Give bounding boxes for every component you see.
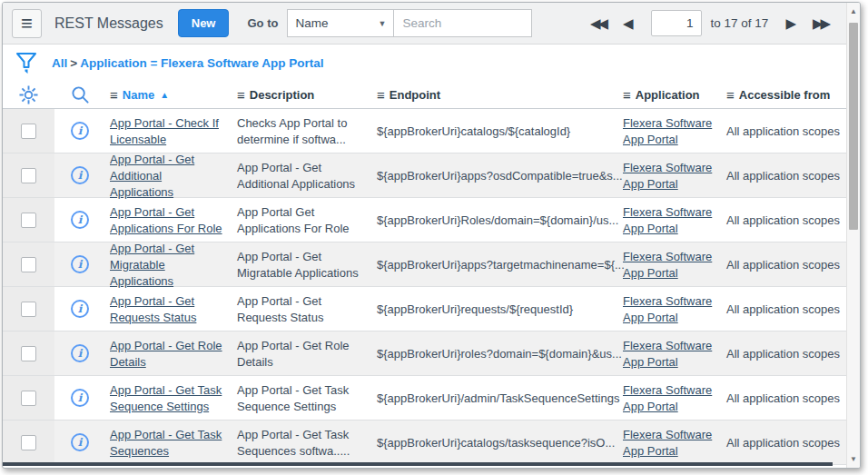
- table-row: i App Portal - Get Task Sequence Setting…: [3, 376, 846, 421]
- column-header-accessible-from[interactable]: ≡ Accessible from: [725, 88, 846, 102]
- column-menu-icon[interactable]: ≡: [110, 88, 118, 102]
- info-icon[interactable]: i: [71, 300, 89, 318]
- record-accessible-from: All application scopes: [726, 124, 840, 138]
- info-icon[interactable]: i: [71, 433, 89, 451]
- record-description: App Portal - Get Task Sequence Settings: [237, 383, 349, 413]
- record-application-link[interactable]: Flexera Software App Portal: [623, 250, 712, 280]
- last-page-button[interactable]: ▶▶: [810, 15, 833, 32]
- record-endpoint: ${appBrokerUri}requests/${requestId}: [377, 302, 573, 316]
- list-content: ≡ REST Messages New Go to Name ▼ ◀◀ ◀ to…: [3, 3, 846, 468]
- row-checkbox[interactable]: [21, 257, 36, 272]
- record-name-link[interactable]: App Portal - Get Task Sequence Settings: [110, 383, 222, 413]
- record-application-link[interactable]: Flexera Software App Portal: [623, 116, 712, 146]
- column-menu-icon[interactable]: ≡: [377, 88, 385, 102]
- vertical-scrollbar[interactable]: ▲ ▼: [846, 3, 860, 468]
- record-accessible-from: All application scopes: [726, 213, 840, 227]
- pagination: ◀◀ ◀ to 17 of 17 ▶ ▶▶: [587, 10, 833, 36]
- column-header-application[interactable]: ≡ Application: [621, 88, 725, 102]
- record-name-link[interactable]: App Portal - Get Role Details: [110, 339, 222, 369]
- record-accessible-from: All application scopes: [726, 302, 840, 316]
- info-icon[interactable]: i: [71, 255, 89, 273]
- record-name-link[interactable]: App Portal - Get Task Sequences: [110, 428, 222, 458]
- info-icon[interactable]: i: [71, 344, 89, 362]
- record-description: App Portal - Get Role Details: [237, 339, 350, 369]
- column-header-label: Application: [636, 88, 700, 102]
- row-checkbox[interactable]: [21, 391, 36, 406]
- scrollbar-thumb[interactable]: [849, 23, 858, 230]
- list-toolbar: ≡ REST Messages New Go to Name ▼ ◀◀ ◀ to…: [3, 3, 846, 45]
- column-header-endpoint[interactable]: ≡ Endpoint: [375, 88, 621, 102]
- column-menu-icon[interactable]: ≡: [237, 88, 245, 102]
- row-checkbox[interactable]: [21, 302, 36, 317]
- record-application-link[interactable]: Flexera Software App Portal: [623, 205, 712, 235]
- breadcrumb-row: All>Application = Flexera Software App P…: [3, 45, 846, 81]
- goto-field-select[interactable]: Name ▼: [287, 9, 394, 37]
- record-accessible-from: All application scopes: [726, 169, 840, 183]
- menu-icon: ≡: [21, 14, 33, 34]
- row-checkbox[interactable]: [21, 435, 36, 450]
- rest-messages-window: ≡ REST Messages New Go to Name ▼ ◀◀ ◀ to…: [2, 2, 861, 469]
- breadcrumb: All>Application = Flexera Software App P…: [52, 56, 324, 70]
- current-page-input[interactable]: [651, 10, 702, 36]
- row-checkbox[interactable]: [21, 124, 36, 139]
- record-name-link[interactable]: App Portal - Get Migratable Applications: [110, 242, 194, 288]
- record-description: App Portal - Get Requests Status: [237, 294, 323, 324]
- page-title: REST Messages: [54, 15, 163, 32]
- row-checkbox[interactable]: [21, 168, 36, 183]
- column-menu-icon[interactable]: ≡: [726, 88, 735, 102]
- first-page-button[interactable]: ◀◀: [587, 15, 611, 32]
- column-header-label: Accessible from: [739, 88, 830, 102]
- record-description: App Portal - Get Task Sequences softwa..…: [237, 428, 350, 458]
- row-checkbox[interactable]: [21, 346, 36, 361]
- table-row: i App Portal - Get Requests Status App P…: [3, 287, 846, 332]
- previous-page-button[interactable]: ◀: [620, 15, 636, 32]
- record-application-link[interactable]: Flexera Software App Portal: [623, 383, 712, 413]
- gear-icon[interactable]: [19, 85, 38, 104]
- column-header-description[interactable]: ≡ Description: [235, 88, 375, 102]
- breadcrumb-all-link[interactable]: All: [52, 56, 67, 70]
- next-page-button[interactable]: ▶: [783, 15, 799, 32]
- record-name-link[interactable]: App Portal - Get Requests Status: [110, 294, 196, 324]
- search-icon[interactable]: [71, 85, 90, 104]
- record-description: App Portal - Get Migratable Applications: [237, 250, 359, 280]
- column-header-row: ≡ Name ▲ ≡ Description ≡ Endpoint ≡ Appl…: [3, 81, 846, 109]
- record-accessible-from: All application scopes: [726, 436, 840, 450]
- info-icon[interactable]: i: [71, 166, 89, 184]
- record-name-link[interactable]: App Portal - Check If Licensable: [110, 116, 219, 146]
- info-icon[interactable]: i: [71, 122, 89, 140]
- filter-funnel-icon[interactable]: [15, 52, 37, 75]
- scroll-up-icon[interactable]: ▲: [847, 7, 860, 15]
- record-name-link[interactable]: App Portal - Get Applications For Role: [110, 205, 222, 235]
- breadcrumb-filter-link[interactable]: Application = Flexera Software App Porta…: [80, 56, 323, 70]
- sort-ascending-icon: ▲: [160, 90, 169, 100]
- record-application-link[interactable]: Flexera Software App Portal: [623, 161, 712, 191]
- table-row: i App Portal - Get Additional Applicatio…: [3, 153, 846, 198]
- record-application-link[interactable]: Flexera Software App Portal: [623, 339, 712, 369]
- record-accessible-from: All application scopes: [726, 391, 840, 405]
- search-input[interactable]: [394, 9, 532, 37]
- pagination-range: to 17 of 17: [711, 16, 769, 30]
- list-bottom-border: [3, 462, 833, 466]
- info-icon[interactable]: i: [71, 389, 89, 407]
- table-row: i App Portal - Get Applications For Role…: [3, 198, 846, 242]
- goto-label: Go to: [247, 16, 278, 30]
- row-checkbox[interactable]: [21, 213, 36, 228]
- column-menu-icon[interactable]: ≡: [623, 88, 631, 102]
- record-endpoint: ${appBrokerUri}/admin/TaskSequenceSettin…: [377, 391, 619, 405]
- record-accessible-from: All application scopes: [726, 258, 840, 272]
- new-button[interactable]: New: [178, 9, 230, 37]
- scroll-down-icon[interactable]: ▼: [847, 455, 860, 463]
- record-name-link[interactable]: App Portal - Get Additional Applications: [110, 153, 194, 199]
- record-description: Checks App Portal to determine if softwa…: [237, 116, 347, 146]
- table-row: i App Portal - Get Task Sequences App Po…: [3, 421, 846, 465]
- info-icon[interactable]: i: [71, 211, 89, 229]
- column-header-name[interactable]: ≡ Name ▲: [105, 88, 235, 102]
- record-description: App Portal Get Applications For Role: [237, 205, 350, 235]
- list-menu-button[interactable]: ≡: [12, 9, 42, 38]
- table-row: i App Portal - Get Role Details App Port…: [3, 332, 846, 376]
- table-row: i App Portal - Check If Licensable Check…: [3, 109, 846, 153]
- record-application-link[interactable]: Flexera Software App Portal: [623, 294, 712, 324]
- record-endpoint: ${appBrokerUri}apps?osdCompatible=true&s…: [377, 169, 623, 183]
- record-endpoint: ${appBrokerUri}catalogs/${catalogId}: [377, 124, 570, 138]
- record-application-link[interactable]: Flexera Software App Portal: [623, 428, 712, 458]
